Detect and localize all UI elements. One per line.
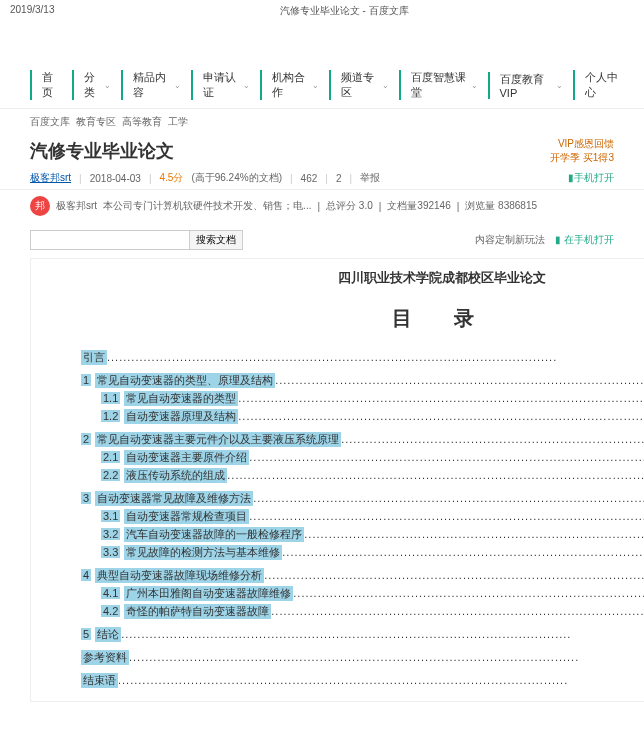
toc-number: 3.2 [101, 528, 120, 540]
toc-number: 5 [81, 628, 91, 640]
toc-entry[interactable]: 2.2液压传动系统的组成9 [81, 468, 644, 483]
toc-dots [275, 374, 644, 386]
chevron-down-icon: ⌄ [312, 81, 319, 90]
search-input[interactable] [30, 230, 190, 250]
vip-line2: 开学季 买1得3 [550, 151, 614, 165]
toc-entry[interactable]: 5结论18 [81, 627, 644, 642]
toc-text: 常见自动变速器主要元件介以及主要液压系统原理 [95, 432, 341, 447]
toc-number: 1.2 [101, 410, 120, 422]
toc-entry[interactable]: 引言2 [81, 350, 644, 365]
doc-meta: 极客邦srt | 2018-04-03 | 4.5分(高于96.24%的文档) … [0, 167, 644, 189]
toc-text: 常见自动变速器的类型 [124, 391, 238, 406]
toc-dots [121, 628, 644, 640]
toc-entry[interactable]: 1.1常见自动变速器的类型3 [81, 391, 644, 406]
nav-item-5[interactable]: 频道专区 ⌄ [329, 70, 398, 100]
toc-text: 结束语 [81, 673, 118, 688]
toc-entry[interactable]: 2常见自动变速器主要元件介以及主要液压系统原理9 [81, 432, 644, 447]
nav-item-3[interactable]: 申请认证 ⌄ [191, 70, 260, 100]
toc-entry[interactable]: 4典型自动变速器故障现场维修分析13 [81, 568, 644, 583]
toc-number: 2.2 [101, 469, 120, 481]
toc-number: 2.1 [101, 451, 120, 463]
toc-entry[interactable]: 参考资料19 [81, 650, 644, 665]
breadcrumb: 百度文库教育专区高等教育工学 [0, 109, 644, 135]
nav-item-8[interactable]: 个人中心 [573, 70, 634, 100]
toc-entry[interactable]: 3.2汽车自动变速器故障的一般检修程序10 [81, 527, 644, 542]
doc-page-header: 四川职业技术学院成都校区毕业论文 [51, 269, 644, 287]
toc-number: 4 [81, 569, 91, 581]
toc-number: 4.1 [101, 587, 120, 599]
breadcrumb-item[interactable]: 工学 [168, 116, 188, 127]
publisher-name[interactable]: 极客邦srt [56, 199, 97, 213]
toc-dots [107, 351, 644, 363]
doc-score: 4.5分 [159, 171, 183, 185]
table-of-contents: 引言21常见自动变速器的类型、原理及结构31.1常见自动变速器的类型31.2自动… [51, 350, 644, 688]
breadcrumb-item[interactable]: 教育专区 [76, 116, 116, 127]
toc-entry[interactable]: 2.1自动变速器主要原件介绍9 [81, 450, 644, 465]
open-mobile[interactable]: ▮ 在手机打开 [555, 233, 614, 247]
search-button[interactable]: 搜索文档 [190, 230, 243, 250]
toc-number: 3 [81, 492, 91, 504]
toc-entry[interactable]: 3.1自动变速器常规检查项目10 [81, 509, 644, 524]
nav-item-0[interactable]: 首页 [30, 70, 72, 100]
toc-number: 2 [81, 433, 91, 445]
toc-entry[interactable]: 1.2自动变速器原理及结构4 [81, 409, 644, 424]
vip-promo[interactable]: VIP感恩回馈 开学季 买1得3 [550, 137, 614, 165]
meta-v1: 462 [301, 173, 318, 184]
author-link[interactable]: 极客邦srt [30, 171, 71, 185]
toc-dots [282, 546, 644, 558]
toc-entry[interactable]: 4.1广州本田雅阁自动变速器故障维修13 [81, 586, 644, 601]
chevron-down-icon: ⌄ [174, 81, 181, 90]
chevron-down-icon: ⌄ [471, 81, 478, 90]
toc-entry[interactable]: 3自动变速器常见故障及维修方法10 [81, 491, 644, 506]
toc-entry[interactable]: 3.3常见故障的检测方法与基本维修11 [81, 545, 644, 560]
toc-dots [129, 651, 644, 663]
toc-text: 自动变速器原理及结构 [124, 409, 238, 424]
chevron-down-icon: ⌄ [382, 81, 389, 90]
print-title: 汽修专业毕业论文 - 百度文库 [280, 4, 409, 18]
breadcrumb-item[interactable]: 百度文库 [30, 116, 70, 127]
mobile-badge[interactable]: ▮手机打开 [568, 171, 614, 185]
nav-item-4[interactable]: 机构合作 ⌄ [260, 70, 329, 100]
toc-entry[interactable]: 4.2奇怪的帕萨特自动变速器故障15 [81, 604, 644, 619]
meta-v2: 2 [336, 173, 342, 184]
nav-item-2[interactable]: 精品内容 ⌄ [121, 70, 190, 100]
toc-text: 引言 [81, 350, 107, 365]
chevron-down-icon: ⌄ [104, 81, 111, 90]
document-title: 汽修专业毕业论文 [30, 139, 174, 163]
nav-item-1[interactable]: 分类 ⌄ [72, 70, 122, 100]
toc-text: 广州本田雅阁自动变速器故障维修 [124, 586, 293, 601]
nav-item-6[interactable]: 百度智慧课堂 ⌄ [399, 70, 488, 100]
toc-text: 汽车自动变速器故障的一般检修程序 [124, 527, 304, 542]
toc-title: 目 录 [51, 305, 644, 332]
toc-number: 1.1 [101, 392, 120, 404]
toc-entry[interactable]: 1常见自动变速器的类型、原理及结构3 [81, 373, 644, 388]
toc-number: 3.3 [101, 546, 120, 558]
toc-dots [249, 510, 644, 522]
toc-dots [341, 433, 644, 445]
toc-text: 液压传动系统的组成 [124, 468, 227, 483]
toc-number: 4.2 [101, 605, 120, 617]
toc-text: 自动变速器常见故障及维修方法 [95, 491, 253, 506]
doc-rank: (高于96.24%的文档) [191, 171, 282, 185]
nav-item-7[interactable]: 百度教育VIP ⌄ [488, 72, 573, 99]
breadcrumb-item[interactable]: 高等教育 [122, 116, 162, 127]
toc-dots [118, 674, 644, 686]
toc-dots [249, 451, 644, 463]
toc-text: 结论 [95, 627, 121, 642]
document-page: 四川职业技术学院成都校区毕业论文 目 录 引言21常见自动变速器的类型、原理及结… [30, 258, 644, 702]
toc-dots [253, 492, 644, 504]
chevron-down-icon: ⌄ [556, 81, 563, 90]
toc-dots [271, 605, 644, 617]
avatar[interactable]: 邦 [30, 196, 50, 216]
doc-date: 2018-04-03 [90, 173, 141, 184]
publisher-desc: 本公司专门计算机软硬件技术开发、销售；电... [103, 199, 311, 213]
toc-text: 常见自动变速器的类型、原理及结构 [95, 373, 275, 388]
toc-dots [238, 410, 644, 422]
toc-entry[interactable]: 结束语20 [81, 673, 644, 688]
toc-dots [304, 528, 644, 540]
content-custom[interactable]: 内容定制新玩法 [475, 233, 545, 247]
toc-number: 3.1 [101, 510, 120, 522]
report-link[interactable]: 举报 [360, 171, 380, 185]
toc-text: 典型自动变速器故障现场维修分析 [95, 568, 264, 583]
chevron-down-icon: ⌄ [243, 81, 250, 90]
